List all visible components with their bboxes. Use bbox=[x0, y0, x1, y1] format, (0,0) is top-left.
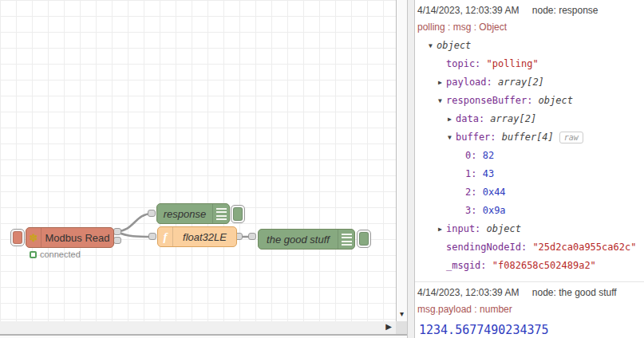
tree-type: object bbox=[487, 223, 521, 234]
tree-row: 2: 0x44 bbox=[417, 183, 641, 202]
modbus-node-button[interactable] bbox=[10, 229, 25, 246]
goodstuff-debug-toggle[interactable] bbox=[357, 230, 371, 248]
tree-row: ▼responseBuffer: object bbox=[417, 92, 641, 110]
tree-value: 82 bbox=[483, 150, 494, 161]
scroll-right-icon[interactable]: ▶ bbox=[385, 322, 392, 331]
tree-key: 0: bbox=[465, 150, 483, 161]
debug-timestamp: 4/14/2023, 12:03:39 AM bbox=[417, 5, 519, 16]
tree-type: array[2] bbox=[490, 113, 536, 124]
node-label: float32LE bbox=[173, 227, 236, 246]
tree-row: 0: 82 bbox=[417, 147, 641, 165]
goodstuff-debug-toggle-fill bbox=[359, 232, 369, 246]
tree-row: topic: "polling" bbox=[417, 55, 641, 73]
debug-source-node: node: response bbox=[532, 5, 599, 16]
tree-key: sendingNodeId: bbox=[446, 242, 532, 253]
tree-row: 1: 43 bbox=[417, 165, 641, 183]
tree-key: payload: bbox=[446, 77, 498, 88]
debug-output-icon bbox=[338, 230, 354, 249]
tree-key: 3: bbox=[465, 205, 483, 216]
expand-icon[interactable]: ▶ bbox=[438, 220, 446, 238]
tree-key: 2: bbox=[465, 187, 483, 198]
tree-key: 1: bbox=[465, 168, 483, 179]
wires-layer bbox=[0, 0, 396, 321]
node-the-good-stuff[interactable]: the good stuff bbox=[258, 229, 355, 250]
tree-value: "25d2ca0a955ca62c" bbox=[532, 242, 636, 253]
tree-row: sendingNodeId: "25d2ca0a955ca62c" bbox=[417, 238, 641, 257]
tree-type: object bbox=[539, 95, 573, 106]
wire-modbus-to-response[interactable] bbox=[117, 214, 152, 231]
modbus-output-port-2[interactable] bbox=[113, 237, 121, 244]
tree-key: topic: bbox=[446, 58, 487, 69]
flow-canvas[interactable]: ✽ Modbus Read connected response f float… bbox=[0, 0, 396, 321]
collapse-icon[interactable]: ▼ bbox=[448, 128, 456, 147]
status-connected-icon bbox=[30, 251, 37, 258]
debug-message-meta: 4/14/2023, 12:03:39 AM node: the good st… bbox=[417, 287, 641, 298]
tree-key: input: bbox=[446, 223, 487, 234]
response-debug-toggle[interactable] bbox=[231, 205, 245, 223]
scrollbar-corner bbox=[396, 321, 407, 334]
tree-row: 3: 0x9a bbox=[417, 202, 641, 220]
tree-row: ▶input: object bbox=[417, 220, 641, 238]
status-text: connected bbox=[40, 250, 81, 259]
debug-message-meta: 4/14/2023, 12:03:39 AM node: response bbox=[417, 5, 641, 16]
expand-icon[interactable]: ▶ bbox=[448, 110, 456, 128]
node-status: connected bbox=[30, 250, 81, 259]
response-debug-toggle-fill bbox=[233, 207, 243, 221]
tree-value: 0x44 bbox=[483, 187, 506, 198]
raw-button[interactable]: raw bbox=[559, 132, 583, 143]
debug-sidebar[interactable]: 4/14/2023, 12:03:39 AM node: response po… bbox=[415, 0, 644, 338]
horizontal-scrollbar[interactable]: ▶ bbox=[0, 321, 396, 334]
debug-number-value: 1234.5677490234375 bbox=[417, 323, 641, 337]
modbus-node-button-fill bbox=[13, 231, 22, 244]
debug-message-path: msg.payload : number bbox=[417, 304, 641, 315]
node-label: Modbus Read bbox=[41, 228, 113, 247]
tree-row: ▶data: array[2] bbox=[417, 110, 641, 128]
float32-input-port[interactable] bbox=[148, 233, 156, 240]
tree-type: array[2] bbox=[498, 77, 544, 88]
response-input-port[interactable] bbox=[148, 210, 156, 217]
debug-output-icon bbox=[212, 204, 229, 223]
tree-value: 0x9a bbox=[483, 205, 506, 216]
sidebar-splitter[interactable] bbox=[407, 0, 415, 338]
tree-type: object bbox=[437, 40, 471, 51]
node-float32le[interactable]: f float32LE bbox=[157, 226, 237, 247]
node-modbus-read[interactable]: ✽ Modbus Read bbox=[26, 227, 114, 248]
tree-row: _msgid: "f082658c502489a2" bbox=[417, 257, 641, 275]
collapse-icon[interactable]: ▼ bbox=[429, 37, 437, 55]
wire-modbus-to-float32[interactable] bbox=[117, 232, 152, 237]
tree-type: buffer[4] bbox=[502, 132, 554, 143]
tree-key: _msgid: bbox=[446, 260, 492, 271]
debug-message-path: polling : msg : Object bbox=[417, 22, 641, 33]
vertical-scrollbar[interactable]: ▾ bbox=[396, 0, 407, 321]
debug-source-node: node: the good stuff bbox=[532, 287, 617, 298]
tree-value: "polling" bbox=[487, 58, 539, 69]
collapse-icon[interactable]: ▼ bbox=[438, 92, 446, 110]
goodstuff-input-port[interactable] bbox=[248, 233, 256, 240]
tree-value: "f082658c502489a2" bbox=[492, 260, 596, 271]
tree-row: ▶payload: array[2] bbox=[417, 73, 641, 92]
tree-key: buffer: bbox=[456, 132, 502, 143]
tree-value: 43 bbox=[483, 168, 494, 179]
modbus-flower-icon: ✽ bbox=[26, 228, 41, 247]
node-label: the good stuff bbox=[259, 230, 338, 249]
debug-tree: ▼objecttopic: "polling"▶payload: array[2… bbox=[417, 37, 641, 275]
debug-message: 4/14/2023, 12:03:39 AM node: the good st… bbox=[415, 282, 644, 338]
debug-message: 4/14/2023, 12:03:39 AM node: response po… bbox=[415, 0, 644, 282]
debug-timestamp: 4/14/2023, 12:03:39 AM bbox=[417, 287, 519, 298]
tree-row: ▼buffer: buffer[4]raw bbox=[417, 128, 641, 147]
modbus-output-port-1[interactable] bbox=[113, 228, 121, 235]
tree-key: responseBuffer: bbox=[446, 95, 539, 106]
node-response[interactable]: response bbox=[156, 203, 230, 224]
expand-icon[interactable]: ▶ bbox=[438, 73, 446, 92]
tree-row: ▼object bbox=[417, 37, 641, 55]
tree-key: data: bbox=[456, 113, 490, 124]
node-label: response bbox=[157, 204, 212, 223]
scroll-down-icon[interactable]: ▾ bbox=[397, 309, 407, 318]
function-icon: f bbox=[158, 227, 173, 246]
